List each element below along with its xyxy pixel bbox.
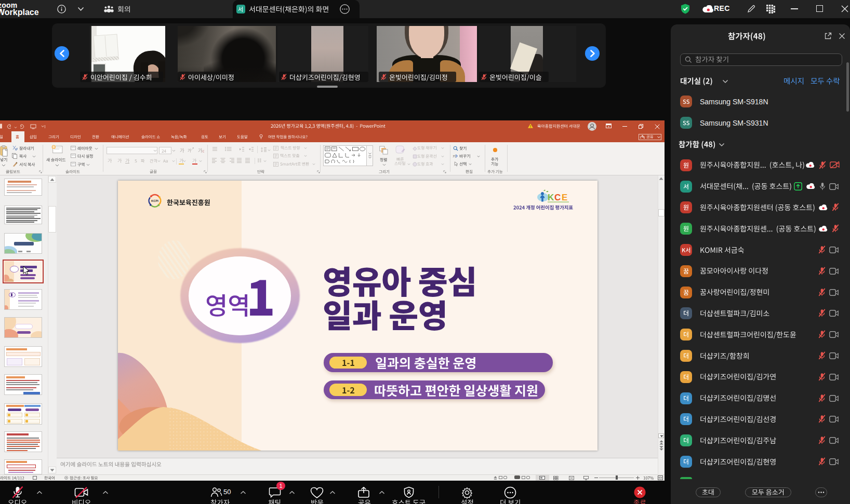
- svg-text:KCPI: KCPI: [151, 199, 158, 202]
- svg-text:E: E: [562, 193, 567, 202]
- svg-text:K: K: [548, 193, 554, 202]
- svg-text:C: C: [554, 193, 561, 202]
- svg-text:가: 가: [453, 154, 456, 158]
